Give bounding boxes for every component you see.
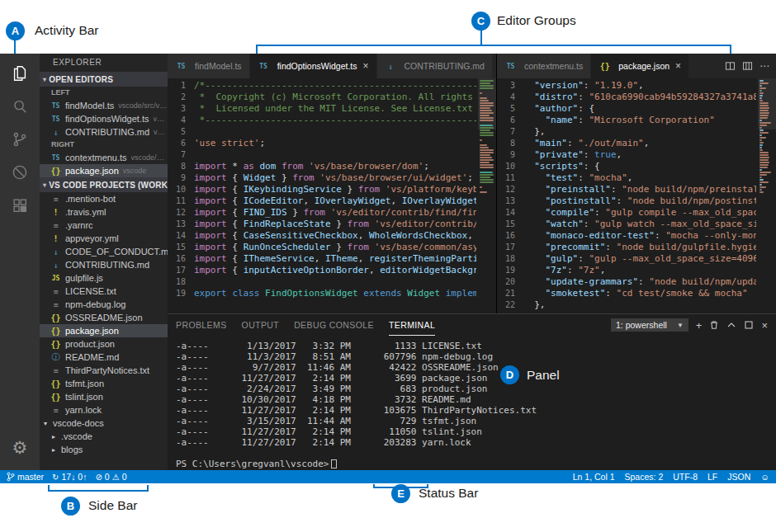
tree-file[interactable]: {}tslint.json (40, 390, 168, 403)
cursor-position[interactable]: Ln 1, Col 1 (573, 472, 615, 482)
editor-tab[interactable]: ↓CONTRIBUTING.md (377, 54, 493, 78)
editor-tab[interactable]: TSfindModel.ts (168, 54, 250, 78)
tree-file[interactable]: JSgulpfile.js (40, 271, 168, 285)
open-editor-item[interactable]: {}package.jsonvscode (40, 164, 168, 177)
tree-file[interactable]: ≡.mention-bot (40, 192, 168, 205)
git-branch-item[interactable]: master (7, 472, 44, 482)
editor-tab[interactable]: TScontextmenu.ts (497, 54, 591, 78)
code-line: 6'use strict'; (168, 138, 476, 149)
tree-file[interactable]: !appveyor.yml (40, 232, 168, 245)
tree-folder[interactable]: ▸blogs (40, 443, 168, 456)
tree-file[interactable]: ≡LICENSE.txt (40, 285, 168, 298)
close-icon[interactable]: × (675, 60, 681, 72)
code-line: 14 "compile": "gulp compile --max_old_sp… (497, 207, 756, 219)
text: true (594, 149, 617, 160)
workspace-header[interactable]: ▾ VS CODE PROJECTS (WORKSPACE) (40, 177, 168, 192)
error-count: 0 (105, 472, 110, 482)
code-editor[interactable]: 3 "version": "1.19.0",4 "distro": "610ca… (497, 78, 776, 313)
panel-tab-terminal[interactable]: TERMINAL (389, 314, 435, 336)
close-panel-icon[interactable]: × (761, 320, 768, 331)
tree-file[interactable]: !.travis.yml (40, 205, 168, 219)
editor-tab[interactable]: TSfindOptionsWidget.ts× (250, 54, 377, 78)
open-editor-item[interactable]: TSfindModel.tsvscode/src/vs/... (40, 99, 168, 112)
tree-file[interactable]: ↓CODE_OF_CONDUCT.md (40, 245, 168, 258)
tree-folder[interactable]: ▾vscode-docs (40, 417, 168, 430)
tree-file[interactable]: ≡yarn.lock (40, 403, 168, 417)
text: "mocha --only-monaco-editor" (665, 230, 756, 241)
new-terminal-icon[interactable]: + (696, 320, 703, 331)
close-icon[interactable]: × (363, 60, 369, 72)
text: FIND_IDS (244, 207, 287, 218)
settings-gear-icon[interactable]: ⚙ (0, 431, 40, 464)
line-number: 3 (168, 103, 194, 115)
language-mode[interactable]: JSON (727, 472, 750, 482)
restore-panel-icon[interactable] (744, 320, 754, 330)
explorer-icon[interactable] (0, 57, 40, 90)
tree-file[interactable]: ≡.yarnrc (40, 219, 168, 232)
minimap-line (480, 134, 494, 136)
editor-tab[interactable]: {}package.json× (591, 54, 689, 78)
line-content: 'use strict'; (194, 138, 476, 149)
tree-file[interactable]: {}product.json (40, 337, 168, 351)
minimap[interactable] (758, 78, 776, 313)
text: { (227, 253, 244, 264)
tree-folder[interactable]: ▸.vscode (40, 430, 168, 443)
tree-file[interactable]: ≡npm-debug.log (40, 298, 168, 311)
minimap-line (480, 110, 492, 111)
text: ; (423, 161, 429, 172)
eol[interactable]: LF (707, 472, 717, 482)
minimap-line (759, 80, 764, 82)
split-editor-icon[interactable] (725, 61, 736, 71)
panel-tab-problems[interactable]: PROBLEMS (176, 314, 227, 336)
tree-file[interactable]: {}package.json (40, 324, 168, 337)
minimap[interactable] (478, 78, 496, 313)
file-name: blogs (61, 445, 83, 454)
layout-icon[interactable] (742, 61, 753, 71)
maximize-panel-icon[interactable] (726, 320, 736, 330)
minimap-line (480, 179, 494, 181)
search-icon[interactable] (0, 90, 40, 123)
sync-item[interactable]: ↻ 17↓ 0↑ (52, 472, 87, 482)
open-editor-item[interactable]: TSfindOptionsWidget.tsvsco... (40, 112, 168, 125)
tab-label: findOptionsWidget.ts (277, 61, 357, 71)
encoding[interactable]: UTF-8 (673, 472, 698, 482)
text (523, 207, 546, 218)
line-number: 14 (497, 207, 523, 219)
text: FindOptionsWidget (260, 288, 364, 299)
text: import (194, 195, 227, 206)
code-editor[interactable]: 1/*-------------------------------------… (168, 78, 496, 313)
line-number: 18 (168, 276, 194, 288)
more-actions-icon[interactable]: ⋯ (759, 61, 769, 71)
text (523, 138, 534, 148)
feedback-smiley-icon[interactable]: ☺ (760, 472, 769, 482)
tree-file[interactable]: ↓CONTRIBUTING.md (40, 258, 168, 271)
tab-actions: ⋯ (718, 54, 776, 78)
indentation[interactable]: Spaces: 2 (625, 472, 664, 482)
tree-file[interactable]: ≡ThirdPartyNotices.txt (40, 364, 168, 377)
extensions-icon[interactable] (0, 189, 40, 222)
panel-tab-output[interactable]: OUTPUT (242, 314, 280, 336)
terminal-picker[interactable]: 1: powershell ▼ (611, 318, 688, 332)
terminal[interactable]: -a---- 1/13/2017 3:32 PM 1133 LICENSE.tx… (168, 336, 776, 470)
problems-item[interactable]: ⊘ 0 ⚠ 0 (95, 472, 126, 482)
code-line: 1/*-------------------------------------… (168, 80, 476, 92)
tree-file[interactable]: {}OSSREADME.json (40, 311, 168, 324)
debug-icon[interactable] (0, 156, 40, 189)
file-name: product.json (65, 339, 115, 349)
open-editor-item[interactable]: ↓CONTRIBUTING.mdvscode (40, 125, 168, 139)
code-lines: 1/*-------------------------------------… (168, 80, 476, 313)
tree-file[interactable]: ⓘREADME.md (40, 351, 168, 364)
js-file-icon: JS (50, 275, 62, 282)
line-number: 20 (497, 276, 523, 288)
line-number: 19 (497, 265, 523, 276)
minimap-line (759, 191, 764, 193)
line-number: 19 (168, 288, 194, 299)
tree-file[interactable]: {}tsfmt.json (40, 377, 168, 390)
kill-terminal-icon[interactable] (709, 320, 719, 330)
panel-tab-debug-console[interactable]: DEBUG CONSOLE (294, 314, 374, 336)
text: WholeWordsCheckbox (369, 230, 467, 241)
open-editor-item[interactable]: TScontextmenu.tsvscode/src... (40, 151, 168, 164)
source-control-icon[interactable] (0, 123, 40, 156)
open-editors-header[interactable]: ▾ OPEN EDITORS (40, 72, 168, 87)
code-line: 3 * Licensed under the MIT License. See … (168, 103, 476, 115)
